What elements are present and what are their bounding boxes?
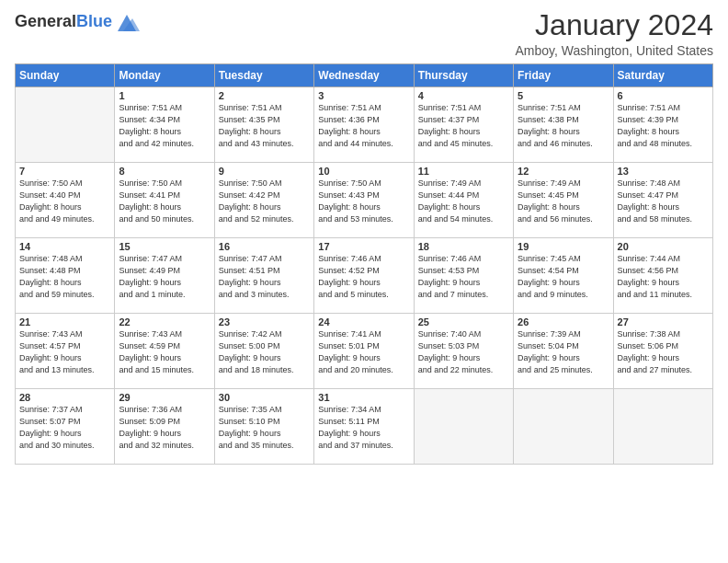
table-row: 14Sunrise: 7:48 AMSunset: 4:48 PMDayligh… [16,238,115,314]
day-info: Sunrise: 7:34 AMSunset: 5:11 PMDaylight:… [318,404,409,452]
day-info: Sunrise: 7:36 AMSunset: 5:09 PMDaylight:… [119,404,210,452]
header-monday: Monday [115,64,214,87]
sunrise: Sunrise: 7:43 AM [19,328,110,340]
day-info: Sunrise: 7:37 AMSunset: 5:07 PMDaylight:… [19,404,110,452]
day-number: 5 [518,90,609,101]
sunset: Sunset: 4:56 PM [618,265,709,277]
sunrise: Sunrise: 7:36 AM [119,404,210,416]
sunset: Sunset: 5:00 PM [219,340,310,352]
table-row: 16Sunrise: 7:47 AMSunset: 4:51 PMDayligh… [214,238,313,314]
daylight-line1: Daylight: 8 hours [318,201,409,213]
sunrise: Sunrise: 7:49 AM [418,178,509,190]
day-number: 29 [119,392,210,403]
daylight-line1: Daylight: 9 hours [518,277,609,289]
sunrise: Sunrise: 7:47 AM [219,253,310,265]
table-row: 3Sunrise: 7:51 AMSunset: 4:36 PMDaylight… [314,87,414,163]
sunset: Sunset: 4:48 PM [19,265,110,277]
sunset: Sunset: 4:39 PM [618,114,709,126]
table-row: 7Sunrise: 7:50 AMSunset: 4:40 PMDaylight… [16,163,115,238]
day-number: 7 [19,166,110,177]
table-row: 28Sunrise: 7:37 AMSunset: 5:07 PMDayligh… [16,389,115,465]
day-number: 17 [318,241,409,252]
sunrise: Sunrise: 7:46 AM [318,253,409,265]
daylight-line1: Daylight: 8 hours [19,201,110,213]
daylight-line2: and and 49 minutes. [19,213,110,225]
location: Amboy, Washington, United States [515,43,713,58]
table-row: 6Sunrise: 7:51 AMSunset: 4:39 PMDaylight… [613,87,712,163]
table-row: 20Sunrise: 7:44 AMSunset: 4:56 PMDayligh… [613,238,712,314]
daylight-line2: and and 3 minutes. [219,289,310,301]
daylight-line1: Daylight: 9 hours [119,277,210,289]
sunset: Sunset: 4:52 PM [318,265,409,277]
logo-blue-text: Blue [76,12,112,30]
page: GeneralBlue January 2024 Amboy, Washingt… [0,0,728,563]
daylight-line2: and and 53 minutes. [318,213,409,225]
day-info: Sunrise: 7:50 AMSunset: 4:41 PMDaylight:… [119,178,210,225]
day-info: Sunrise: 7:45 AMSunset: 4:54 PMDaylight:… [518,253,609,301]
daylight-line1: Daylight: 9 hours [418,352,509,364]
table-row: 12Sunrise: 7:49 AMSunset: 4:45 PMDayligh… [514,163,613,238]
day-number: 19 [518,241,609,252]
table-row: 8Sunrise: 7:50 AMSunset: 4:41 PMDaylight… [115,163,214,238]
daylight-line1: Daylight: 9 hours [518,352,609,364]
sunset: Sunset: 4:54 PM [518,265,609,277]
title-block: January 2024 Amboy, Washington, United S… [515,9,713,58]
sunset: Sunset: 4:57 PM [19,340,110,352]
sunrise: Sunrise: 7:37 AM [19,404,110,416]
day-info: Sunrise: 7:35 AMSunset: 5:10 PMDaylight:… [219,404,310,452]
day-number: 4 [418,90,509,101]
daylight-line1: Daylight: 9 hours [219,428,310,440]
table-row: 24Sunrise: 7:41 AMSunset: 5:01 PMDayligh… [314,314,414,389]
sunset: Sunset: 4:47 PM [618,190,709,201]
calendar-week-row: 7Sunrise: 7:50 AMSunset: 4:40 PMDaylight… [16,163,713,238]
day-number: 20 [618,241,709,252]
sunrise: Sunrise: 7:39 AM [518,328,609,340]
day-number: 26 [518,316,609,327]
sunset: Sunset: 4:44 PM [418,190,509,201]
day-info: Sunrise: 7:50 AMSunset: 4:40 PMDaylight:… [19,178,110,225]
table-row: 23Sunrise: 7:42 AMSunset: 5:00 PMDayligh… [214,314,313,389]
sunrise: Sunrise: 7:50 AM [119,178,210,190]
header-sunday: Sunday [16,64,115,87]
daylight-line2: and and 43 minutes. [219,138,310,150]
calendar-week-row: 21Sunrise: 7:43 AMSunset: 4:57 PMDayligh… [16,314,713,389]
sunrise: Sunrise: 7:50 AM [19,178,110,190]
table-row: 9Sunrise: 7:50 AMSunset: 4:42 PMDaylight… [214,163,313,238]
table-row: 29Sunrise: 7:36 AMSunset: 5:09 PMDayligh… [115,389,214,465]
day-number: 18 [418,241,509,252]
sunrise: Sunrise: 7:47 AM [119,253,210,265]
table-row [613,389,712,465]
table-row: 26Sunrise: 7:39 AMSunset: 5:04 PMDayligh… [514,314,613,389]
table-row: 13Sunrise: 7:48 AMSunset: 4:47 PMDayligh… [613,163,712,238]
day-info: Sunrise: 7:50 AMSunset: 4:42 PMDaylight:… [219,178,310,225]
day-number: 6 [618,90,709,101]
daylight-line2: and and 30 minutes. [19,440,110,452]
day-number: 9 [219,166,310,177]
daylight-line1: Daylight: 8 hours [219,126,310,138]
sunset: Sunset: 5:11 PM [318,416,409,428]
day-number: 25 [418,316,509,327]
table-row: 18Sunrise: 7:46 AMSunset: 4:53 PMDayligh… [414,238,513,314]
daylight-line1: Daylight: 8 hours [618,126,709,138]
sunrise: Sunrise: 7:42 AM [219,328,310,340]
logo-general-text: General [15,12,76,30]
day-info: Sunrise: 7:46 AMSunset: 4:52 PMDaylight:… [318,253,409,301]
day-number: 10 [318,166,409,177]
daylight-line2: and and 25 minutes. [518,364,609,376]
day-info: Sunrise: 7:47 AMSunset: 4:51 PMDaylight:… [219,253,310,301]
day-number: 3 [318,90,409,101]
daylight-line2: and and 13 minutes. [19,364,110,376]
daylight-line1: Daylight: 8 hours [418,126,509,138]
day-number: 16 [219,241,310,252]
daylight-line2: and and 58 minutes. [618,213,709,225]
calendar-week-row: 1Sunrise: 7:51 AMSunset: 4:34 PMDaylight… [16,87,713,163]
day-info: Sunrise: 7:49 AMSunset: 4:44 PMDaylight:… [418,178,509,225]
day-number: 8 [119,166,210,177]
day-number: 13 [618,166,709,177]
daylight-line2: and and 5 minutes. [318,289,409,301]
daylight-line1: Daylight: 9 hours [318,352,409,364]
daylight-line1: Daylight: 9 hours [219,277,310,289]
day-number: 1 [119,90,210,101]
sunset: Sunset: 4:51 PM [219,265,310,277]
sunrise: Sunrise: 7:44 AM [618,253,709,265]
